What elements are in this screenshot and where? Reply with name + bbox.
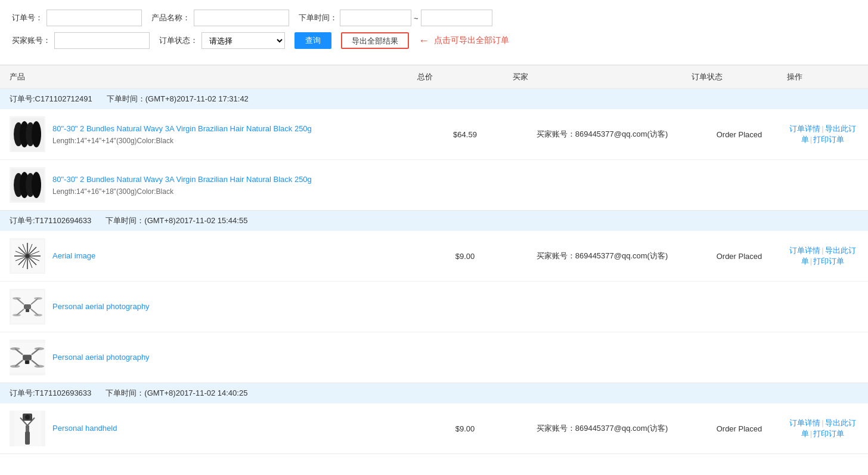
product-image-item1	[10, 116, 45, 152]
order-time-end-input[interactable]	[421, 10, 492, 26]
svg-point-19	[26, 254, 29, 258]
order-id-0: 订单号:C171102712491	[10, 94, 92, 104]
col-status: 订单状态	[692, 72, 787, 82]
svg-point-38	[35, 347, 45, 350]
time-separator: ~	[414, 14, 418, 23]
product-cell-item1: 80"-30" 2 Bundles Natural Wavy 3A Virgin…	[10, 116, 417, 152]
order-group-header-1: 订单号:T171102694633 下单时间：(GMT+8)2017-11-02…	[0, 211, 868, 231]
actions-cell-item6: 订单详情|导出此订单|打印订单	[787, 418, 858, 439]
product-text-item3: Aerial image	[52, 251, 95, 261]
search-area: 订单号： 产品名称： 下单时间： ~ 买家账号： 订单状态： 请选择 查询 导出…	[0, 0, 868, 65]
product-image-item3	[10, 238, 45, 274]
svg-point-4	[32, 121, 41, 147]
action-link-item1-2[interactable]: 打印订单	[813, 135, 844, 144]
order-row-0-1: 80"-30" 2 Bundles Natural Wavy 3A Virgin…	[0, 160, 868, 210]
product-link-item3[interactable]: Aerial image	[52, 251, 95, 260]
order-status-field: 订单状态： 请选择	[159, 32, 285, 49]
product-image-item5	[10, 340, 45, 375]
order-time-field: 下单时间： ~	[299, 10, 492, 26]
product-link-item2[interactable]: 80"-30" 2 Bundles Natural Wavy 3A Virgin…	[52, 175, 312, 184]
svg-rect-30	[26, 309, 29, 312]
export-button[interactable]: 导出全部结果	[341, 32, 409, 49]
col-buyer: 买家	[513, 72, 692, 82]
orders-container: 订单号:C171102712491 下单时间：(GMT+8)2017-11-02…	[0, 89, 868, 454]
product-cell-item6: Personal handheld	[10, 411, 417, 446]
svg-point-26	[13, 297, 21, 300]
action-sep-item3-0: |	[822, 246, 823, 255]
order-status-label: 订单状态：	[159, 35, 198, 46]
buyer-account-input[interactable]	[54, 32, 150, 49]
action-sep-item6-1: |	[810, 429, 812, 438]
order-number-label: 订单号：	[12, 13, 43, 23]
buyer-cell-item6: 买家账号：869445377@qq.com(访客)	[513, 423, 692, 434]
action-link-item6-0[interactable]: 订单详情	[789, 418, 820, 427]
svg-rect-32	[23, 354, 32, 360]
buyer-cell-item3: 买家账号：869445377@qq.com(访客)	[513, 251, 692, 261]
order-id-1: 订单号:T171102694633	[10, 215, 91, 226]
order-group-1: 订单号:T171102694633 下单时间：(GMT+8)2017-11-02…	[0, 211, 868, 383]
product-text-item4: Personal aerial photography	[52, 301, 150, 312]
product-text-item6: Personal handheld	[52, 423, 117, 434]
order-time-start-input[interactable]	[340, 10, 411, 26]
order-group-header-2: 订单号:T171102693633 下单时间：(GMT+8)2017-11-02…	[0, 383, 868, 403]
order-group-0: 订单号:C171102712491 下单时间：(GMT+8)2017-11-02…	[0, 89, 868, 211]
product-link-item4[interactable]: Personal aerial photography	[52, 302, 150, 311]
search-button[interactable]: 查询	[294, 32, 331, 49]
buyer-cell-item1: 买家账号：869445377@qq.com(访客)	[513, 129, 692, 140]
action-sep-item3-1: |	[810, 257, 812, 266]
order-time-2: 下单时间：(GMT+8)2017-11-02 14:40:25	[106, 388, 247, 399]
action-sep-item6-0: |	[822, 418, 823, 427]
col-product: 产品	[10, 72, 417, 82]
order-time-0: 下单时间：(GMT+8)2017-11-02 17:31:42	[107, 94, 249, 104]
svg-rect-44	[25, 431, 30, 445]
search-row-1: 订单号： 产品名称： 下单时间： ~	[12, 10, 856, 26]
table-header: 产品 总价 买家 订单状态 操作	[0, 65, 868, 89]
action-sep-item1-1: |	[810, 135, 812, 144]
action-link-item6-2[interactable]: 打印订单	[813, 429, 844, 438]
product-desc-item1: Length:14"+14"+14"(300g)Color:Black	[52, 137, 312, 145]
product-image-item6	[10, 411, 45, 446]
order-number-input[interactable]	[46, 10, 142, 26]
export-hint-text: 点击可导出全部订单	[434, 35, 509, 46]
order-time-label: 下单时间：	[299, 13, 337, 23]
order-group-header-0: 订单号:C171102712491 下单时间：(GMT+8)2017-11-02…	[0, 89, 868, 109]
product-desc-item2: Length:14"+16"+18"(300g)Color:Black	[52, 187, 312, 196]
arrow-icon: ←	[418, 35, 429, 47]
svg-point-28	[13, 314, 21, 316]
svg-point-39	[10, 365, 20, 368]
price-cell-item3: $9.00	[417, 252, 513, 261]
svg-point-37	[10, 347, 20, 350]
svg-point-40	[35, 365, 45, 368]
product-text-item1: 80"-30" 2 Bundles Natural Wavy 3A Virgin…	[52, 124, 312, 144]
product-link-item1[interactable]: 80"-30" 2 Bundles Natural Wavy 3A Virgin…	[52, 124, 312, 133]
order-number-field: 订单号：	[12, 10, 142, 26]
product-cell-item4: Personal aerial photography	[10, 289, 417, 325]
order-row-1-2: Personal aerial photography	[0, 332, 868, 383]
action-link-item1-0[interactable]: 订单详情	[789, 124, 820, 133]
action-link-item3-0[interactable]: 订单详情	[789, 246, 820, 255]
col-actions: 操作	[787, 72, 858, 82]
buyer-account-field: 买家账号：	[12, 32, 150, 49]
product-link-item5[interactable]: Personal aerial photography	[52, 353, 150, 362]
order-row-1-1: Personal aerial photography	[0, 282, 868, 332]
product-cell-item2: 80"-30" 2 Bundles Natural Wavy 3A Virgin…	[10, 167, 417, 203]
svg-point-9	[32, 172, 41, 198]
col-total: 总价	[417, 72, 513, 82]
svg-point-29	[34, 314, 42, 316]
actions-cell-item1: 订单详情|导出此订单|打印订单	[787, 124, 858, 145]
product-cell-item5: Personal aerial photography	[10, 340, 417, 375]
action-link-item3-2[interactable]: 打印订单	[813, 257, 844, 266]
product-image-item4	[10, 289, 45, 325]
status-cell-item3: Order Placed	[692, 252, 787, 261]
product-name-input[interactable]	[194, 10, 289, 26]
svg-point-27	[34, 297, 42, 300]
order-row-0-0: 80"-30" 2 Bundles Natural Wavy 3A Virgin…	[0, 109, 868, 160]
product-text-item5: Personal aerial photography	[52, 352, 150, 363]
product-link-item6[interactable]: Personal handheld	[52, 424, 117, 433]
order-row-1-0: Aerial image$9.00买家账号：869445377@qq.com(访…	[0, 231, 868, 282]
actions-cell-item3: 订单详情|导出此订单|打印订单	[787, 245, 858, 267]
order-status-select[interactable]: 请选择	[202, 32, 285, 49]
order-row-2-0: Personal handheld$9.00买家账号：869445377@qq.…	[0, 403, 868, 454]
status-cell-item1: Order Placed	[692, 130, 787, 139]
svg-point-42	[26, 360, 29, 364]
